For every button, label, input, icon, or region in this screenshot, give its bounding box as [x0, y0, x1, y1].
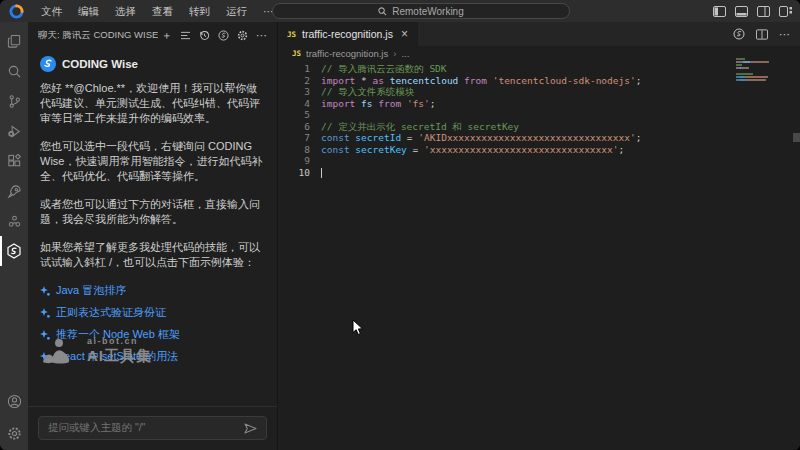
activity-bar — [0, 22, 28, 450]
line-number: 4 — [278, 98, 310, 110]
mouse-cursor — [352, 319, 364, 337]
text-caret — [321, 168, 322, 178]
line-number: 8 — [278, 144, 310, 156]
code-lines: 1// 导入腾讯云云函数的 SDK2import * as tencentclo… — [278, 63, 800, 178]
assistant-name: CODING Wise — [62, 58, 138, 70]
minimap[interactable] — [736, 58, 790, 88]
account-icon[interactable] — [0, 386, 28, 416]
code-line[interactable]: 6// 定义并出示化 secretId 和 secretKey — [278, 121, 800, 133]
code-line[interactable]: 4import fs from 'fs'; — [278, 98, 800, 110]
new-chat-icon[interactable]: ＋ — [161, 28, 172, 43]
code-line[interactable]: 10 — [278, 167, 800, 179]
breadcrumb-js-icon: JS — [292, 49, 301, 58]
watermark: ai-bot.cn AI工具集 — [42, 336, 152, 366]
example-label: Java 冒泡排序 — [56, 283, 126, 298]
history-icon[interactable] — [199, 30, 210, 41]
search-icon — [378, 7, 387, 16]
ai-bot-logo-icon — [42, 338, 80, 364]
chat-message-area: CODING Wise 您好 **@Chloe.**，欢迎使用！我可以帮你做代码… — [28, 48, 277, 406]
toggle-panel-icon[interactable] — [735, 6, 748, 17]
tab-traffic-recognition[interactable]: JS traffic-recognition.js × — [278, 22, 418, 46]
chat-panel: 聊天: 腾讯云 CODING WISE ＋ ⋯ CODING Wise — [28, 22, 278, 450]
breadcrumb[interactable]: JS traffic-recognition.js › ... — [278, 46, 800, 61]
menu-item[interactable]: 运行 — [218, 0, 255, 22]
code-line[interactable]: 9 — [278, 155, 800, 167]
menu-item[interactable]: 编辑 — [70, 0, 107, 22]
line-number: 2 — [278, 75, 310, 87]
line-number: 10 — [278, 167, 310, 179]
chat-input-area: 提问或键入主题的 "/" — [28, 406, 277, 450]
code-editor[interactable]: 1// 导入腾讯云云函数的 SDK2import * as tencentclo… — [278, 63, 800, 450]
toggle-sidebar-icon[interactable] — [713, 6, 726, 17]
menu-item[interactable]: 查看 — [144, 0, 181, 22]
line-number: 6 — [278, 121, 310, 133]
remote-explorer-icon[interactable] — [0, 176, 28, 206]
tab-bar: JS traffic-recognition.js × — [278, 22, 800, 46]
command-center-search[interactable]: RemoteWorking — [272, 3, 570, 19]
title-bar: 文件编辑选择查看转到运行··· ← → RemoteWorking — [0, 0, 800, 22]
example-link[interactable]: 正则表达式验证身份证 — [40, 305, 265, 320]
source-control-icon[interactable] — [0, 86, 28, 116]
customize-layout-icon[interactable] — [779, 6, 792, 17]
settings-gear-icon[interactable] — [0, 418, 28, 448]
code-line[interactable]: 7const secretId = 'AKIDxxxxxxxxxxxxxxxxx… — [278, 132, 800, 144]
vscode-window: 文件编辑选择查看转到运行··· ← → RemoteWorking — [0, 0, 800, 450]
scrollbar-thumb[interactable] — [793, 133, 800, 142]
code-line[interactable]: 5 — [278, 109, 800, 121]
example-link[interactable]: Java 冒泡排序 — [40, 283, 265, 298]
explorer-icon[interactable] — [0, 26, 28, 56]
chat-messages: 您好 **@Chloe.**，欢迎使用！我可以帮你做代码建议、单元测试生成、代码… — [40, 81, 265, 270]
organization-icon[interactable] — [0, 206, 28, 236]
wise-editor-action-icon[interactable] — [733, 28, 745, 40]
chat-input-placeholder: 提问或键入主题的 "/" — [48, 421, 244, 435]
session-list-icon[interactable] — [180, 31, 191, 40]
chat-paragraph: 如果您希望了解更多我处理代码的技能，可以试试输入斜杠 /，也可以点击下面示例体验… — [40, 240, 265, 270]
chat-panel-header: 聊天: 腾讯云 CODING WISE ＋ ⋯ — [28, 22, 277, 48]
extensions-icon[interactable] — [0, 146, 28, 176]
js-file-icon: JS — [287, 30, 296, 39]
line-number: 7 — [278, 132, 310, 144]
line-number: 1 — [278, 63, 310, 75]
split-editor-icon[interactable] — [756, 29, 768, 40]
coding-wise-icon[interactable] — [0, 236, 28, 266]
breadcrumb-separator-icon: › — [393, 48, 396, 59]
send-icon[interactable] — [244, 423, 257, 434]
breadcrumb-file[interactable]: traffic-recognition.js — [306, 48, 388, 59]
chat-paragraph: 或者您也可以通过下方的对话框，直接输入问题，我会尽我所能为你解答。 — [40, 197, 265, 227]
menu-bar: 文件编辑选择查看转到运行··· — [33, 0, 282, 22]
chat-paragraph: 您也可以选中一段代码，右键询问 CODING Wise，快速调用常用智能指令，进… — [40, 139, 265, 184]
tab-close-icon[interactable]: × — [401, 27, 408, 41]
command-center-value: RemoteWorking — [392, 6, 464, 17]
toggle-secondary-sidebar-icon[interactable] — [757, 6, 770, 17]
chat-settings-gear-icon[interactable] — [237, 30, 248, 41]
coding-wise-avatar — [40, 56, 56, 72]
watermark-domain: ai-bot.cn — [87, 336, 152, 346]
editor-more-icon[interactable]: ⋯ — [779, 28, 790, 41]
line-number: 5 — [278, 109, 310, 121]
line-number: 3 — [278, 86, 310, 98]
wise-mini-logo-icon[interactable] — [218, 30, 229, 41]
code-line[interactable]: 8const secretKey = 'xxxxxxxxxxxxxxxxxxxx… — [278, 144, 800, 156]
sparkle-icon — [40, 308, 50, 318]
code-line[interactable]: 1// 导入腾讯云云函数的 SDK — [278, 63, 800, 75]
coding-logo-icon — [9, 4, 24, 19]
sparkle-icon — [40, 286, 50, 296]
run-debug-icon[interactable] — [0, 116, 28, 146]
watermark-title: AI工具集 — [87, 347, 152, 366]
search-view-icon[interactable] — [0, 56, 28, 86]
code-line[interactable]: 3// 导入文件系统模块 — [278, 86, 800, 98]
chat-paragraph: 您好 **@Chloe.**，欢迎使用！我可以帮你做代码建议、单元测试生成、代码… — [40, 81, 265, 126]
menu-item[interactable]: 选择 — [107, 0, 144, 22]
breadcrumb-symbol[interactable]: ... — [401, 48, 409, 59]
editor-group: JS traffic-recognition.js × ⋯ JS traffic… — [278, 22, 800, 450]
example-label: 正则表达式验证身份证 — [56, 305, 166, 320]
chat-more-icon[interactable]: ⋯ — [256, 29, 267, 42]
tab-label: traffic-recognition.js — [302, 28, 393, 40]
line-number: 9 — [278, 155, 310, 167]
menu-item[interactable]: 转到 — [181, 0, 218, 22]
code-line[interactable]: 2import * as tencentcloud from 'tencentc… — [278, 75, 800, 87]
chat-panel-title: 聊天: 腾讯云 CODING WISE — [38, 29, 158, 42]
chat-input[interactable]: 提问或键入主题的 "/" — [38, 416, 267, 440]
menu-item[interactable]: 文件 — [33, 0, 70, 22]
